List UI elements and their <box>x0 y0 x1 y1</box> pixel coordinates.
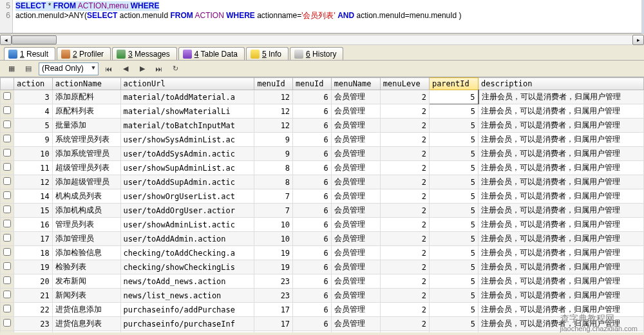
cell-actionUrl[interactable]: user/toAddSysAdmin.actic <box>120 147 254 161</box>
read-mode-dropdown[interactable]: (Read Only) <box>39 62 99 75</box>
cell-menuId2[interactable]: 6 <box>293 175 332 189</box>
cell-menuLevel[interactable]: 2 <box>380 218 429 232</box>
table-row[interactable]: 18添加检验信息checking/toAddChecking.a196会员管理2… <box>1 246 644 260</box>
cell-menuId1[interactable]: 16 <box>254 331 293 333</box>
refresh-icon[interactable]: ↻ <box>169 62 182 75</box>
cell-actionName[interactable]: 进货信息列表 <box>52 317 120 331</box>
cell-action[interactable]: 10 <box>14 147 53 161</box>
cell-description[interactable]: 注册会员，可以是消费者，归属用户管理 <box>478 289 644 303</box>
scroll-right-button[interactable]: ▸ <box>632 35 644 45</box>
result-grid-container[interactable]: actionactionNameactionUrlmenuIdmenuIdmen… <box>0 77 644 332</box>
cell-description[interactable]: 注册会员，可以是消费者，归属用户管理 <box>478 218 644 232</box>
cell-menuId2[interactable]: 6 <box>293 161 332 175</box>
cell-parentId[interactable]: 5 <box>429 119 478 133</box>
cell-menuId2[interactable]: 6 <box>293 246 332 260</box>
cell-action[interactable]: 3 <box>14 90 53 104</box>
cell-actionUrl[interactable]: user/toAddOrgUser.actior <box>120 204 254 218</box>
tab-messages[interactable]: 3 Messages <box>112 47 177 60</box>
sql-code[interactable]: SELECT * FROM ACTION,menu WHERE action.m… <box>13 0 644 33</box>
cell-description[interactable]: 注册会员，可以是消费者，归属用户管理 <box>478 204 644 218</box>
scroll-track[interactable] <box>12 35 632 45</box>
cell-menuId1[interactable]: 9 <box>254 147 293 161</box>
cell-menuName[interactable]: 会员管理 <box>331 274 380 289</box>
cell-description[interactable]: 注册会员，可以是消费者，归属用户管理 <box>478 104 644 119</box>
cell-actionUrl[interactable]: user/showAdminList.actic <box>120 218 254 232</box>
cell-menuName[interactable]: 会员管理 <box>331 104 380 119</box>
cell-action[interactable]: 15 <box>14 204 53 218</box>
cell-actionName[interactable]: 添加机构成员 <box>52 204 120 218</box>
cell-parentId[interactable]: 5 <box>429 104 478 119</box>
cell-description[interactable]: 注册会员，可以是消费者，归属用户管理 <box>478 317 644 331</box>
cell-parentId[interactable]: 5 <box>429 175 478 189</box>
table-row[interactable]: 14机构成员列表user/showOrgUserList.act76会员管理25… <box>1 189 644 204</box>
cell-actionUrl[interactable]: user/toAddSupAdmin.actic <box>120 175 254 189</box>
cell-action[interactable]: 20 <box>14 274 53 289</box>
cell-action[interactable]: 21 <box>14 289 53 303</box>
column-header-menuleve[interactable]: menuLeve <box>380 78 429 90</box>
table-row[interactable]: 23进货信息列表purchaseinfo/purchaseInf176会员管理2… <box>1 317 644 331</box>
cell-action[interactable]: 14 <box>14 189 53 204</box>
tab-result[interactable]: 1 Result <box>4 47 55 60</box>
cell-description[interactable]: 注册会员，可以是消费者，归属用户管理 <box>478 274 644 289</box>
table-row[interactable]: 10添加系统管理员user/toAddSysAdmin.actic96会员管理2… <box>1 147 644 161</box>
cell-menuId2[interactable]: 6 <box>293 204 332 218</box>
row-checkbox[interactable] <box>3 120 11 128</box>
cell-menuLevel[interactable]: 2 <box>380 246 429 260</box>
cell-action[interactable]: 23 <box>14 317 53 331</box>
cell-actionUrl[interactable]: news/toAdd_news.action <box>120 274 254 289</box>
row-checkbox[interactable] <box>3 276 11 284</box>
cell-parentId[interactable]: 5 <box>429 289 478 303</box>
cell-menuLevel[interactable]: 2 <box>380 175 429 189</box>
cell-actionUrl[interactable]: checking/toAddChecking.a <box>120 246 254 260</box>
table-row[interactable]: 16管理员列表user/showAdminList.actic106会员管理25… <box>1 218 644 232</box>
cell-menuId1[interactable]: 12 <box>254 104 293 119</box>
row-checkbox[interactable] <box>3 234 11 242</box>
cell-menuId2[interactable]: 6 <box>293 303 332 317</box>
cell-actionName[interactable]: 添加原配料 <box>52 90 120 104</box>
column-header-menuid[interactable]: menuId <box>293 78 332 90</box>
cell-menuLevel[interactable]: 2 <box>380 147 429 161</box>
cell-menuName[interactable]: 会员管理 <box>331 317 380 331</box>
cell-action[interactable]: 18 <box>14 246 53 260</box>
cell-parentId[interactable]: 5 <box>429 189 478 204</box>
cell-menuName[interactable]: 会员管理 <box>331 303 380 317</box>
row-checkbox[interactable] <box>3 191 11 199</box>
cell-menuName[interactable]: 会员管理 <box>331 246 380 260</box>
row-checkbox[interactable] <box>3 206 11 213</box>
row-checkbox[interactable] <box>3 149 11 157</box>
column-header-menuid[interactable]: menuId <box>254 78 293 90</box>
cell-parentId[interactable]: 5 <box>429 90 478 104</box>
cell-actionUrl[interactable]: material/showMaterialLi <box>120 104 254 119</box>
cell-actionName[interactable]: 机构成员列表 <box>52 189 120 204</box>
cell-action[interactable]: 4 <box>14 104 53 119</box>
cell-actionName[interactable]: 原配料列表 <box>52 104 120 119</box>
cell-parentId[interactable]: 5 <box>429 317 478 331</box>
cell-actionUrl[interactable]: user/showSupAdminList.ac <box>120 161 254 175</box>
column-header-actionname[interactable]: actionName <box>52 78 120 90</box>
cell-actionUrl[interactable]: purchaseinfo/addPurchase <box>120 303 254 317</box>
last-button[interactable]: ⏭ <box>153 62 166 75</box>
column-header-description[interactable]: description <box>478 78 644 90</box>
row-checkbox[interactable] <box>3 163 11 171</box>
table-row[interactable]: 17添加管理员user/toAddAdmin.action106会员管理25注册… <box>1 232 644 246</box>
cell-menuId2[interactable]: 6 <box>293 147 332 161</box>
table-row[interactable]: 19检验列表checking/showCheckingLis196会员管理25注… <box>1 260 644 274</box>
row-checkbox[interactable] <box>3 220 11 227</box>
table-row[interactable]: 9系统管理员列表user/showSysAdminList.ac96会员管理25… <box>1 133 644 147</box>
cell-action[interactable]: 9 <box>14 133 53 147</box>
cell-menuLevel[interactable]: 2 <box>380 189 429 204</box>
cell-menuId2[interactable]: 6 <box>293 317 332 331</box>
cell-parentId[interactable]: 5 <box>429 133 478 147</box>
prev-button[interactable]: ◀ <box>119 62 132 75</box>
cell-menuLevel[interactable]: 2 <box>380 161 429 175</box>
cell-action[interactable]: 19 <box>14 260 53 274</box>
cell-menuName[interactable]: 会员管理 <box>331 147 380 161</box>
cell-menuId2[interactable]: 6 <box>293 104 332 119</box>
tab-table-data[interactable]: 4 Table Data <box>178 47 245 60</box>
cell-menuId2[interactable]: 6 <box>293 331 332 333</box>
cell-menuId1[interactable]: 7 <box>254 204 293 218</box>
cell-actionName[interactable]: 批量添加 <box>52 119 120 133</box>
row-checkbox[interactable] <box>3 262 11 270</box>
cell-actionUrl[interactable]: user/toAddAdmin.action <box>120 232 254 246</box>
cell-actionName[interactable]: 系统管理员列表 <box>52 133 120 147</box>
